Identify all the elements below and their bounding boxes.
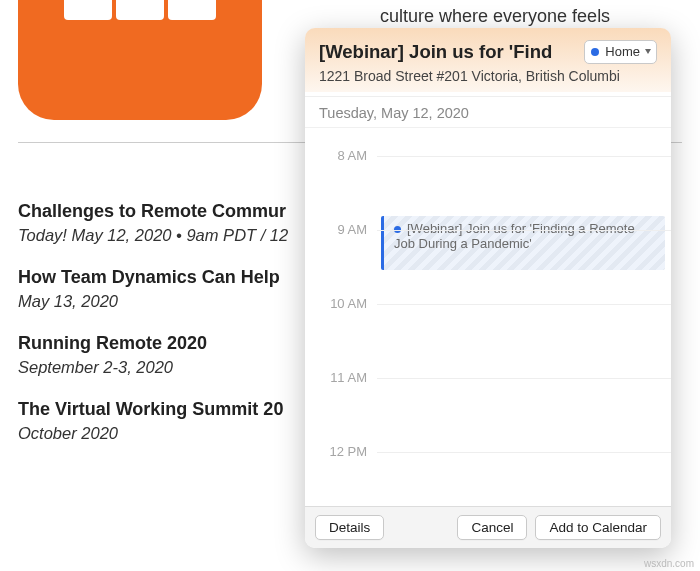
popover-title: [Webinar] Join us for 'Find bbox=[319, 41, 578, 63]
popover-address: 1221 Broad Street #201 Victoria, British… bbox=[319, 68, 657, 84]
hour-label: 11 AM bbox=[305, 370, 367, 385]
calendar-event-block[interactable]: [Webinar] Join us for 'Finding a Remote … bbox=[381, 216, 665, 270]
calendar-popover: [Webinar] Join us for 'Find Home 1221 Br… bbox=[305, 28, 671, 548]
popover-footer: Details Cancel Add to Calendar bbox=[305, 506, 671, 548]
hour-line bbox=[377, 378, 671, 379]
watermark: wsxdn.com bbox=[644, 558, 694, 569]
calendar-color-dot bbox=[591, 48, 599, 56]
hour-label: 8 AM bbox=[305, 148, 367, 163]
calendar-selected-label: Home bbox=[605, 44, 640, 59]
popover-date: Tuesday, May 12, 2020 bbox=[305, 96, 671, 127]
hour-line bbox=[377, 156, 671, 157]
chevron-down-icon bbox=[645, 49, 651, 54]
hour-line bbox=[377, 230, 671, 231]
cancel-button[interactable]: Cancel bbox=[457, 515, 527, 540]
hour-line bbox=[377, 452, 671, 453]
details-button[interactable]: Details bbox=[315, 515, 384, 540]
logo bbox=[18, 0, 262, 120]
calendar-select[interactable]: Home bbox=[584, 40, 657, 64]
blurb-text: culture where everyone feels bbox=[380, 4, 660, 28]
add-to-calendar-button[interactable]: Add to Calendar bbox=[535, 515, 661, 540]
hour-line bbox=[377, 304, 671, 305]
hour-label: 9 AM bbox=[305, 222, 367, 237]
hour-label: 12 PM bbox=[305, 444, 367, 459]
timeline[interactable]: [Webinar] Join us for 'Finding a Remote … bbox=[305, 127, 671, 506]
hour-label: 10 AM bbox=[305, 296, 367, 311]
event-block-label: [Webinar] Join us for 'Finding a Remote … bbox=[394, 221, 635, 251]
